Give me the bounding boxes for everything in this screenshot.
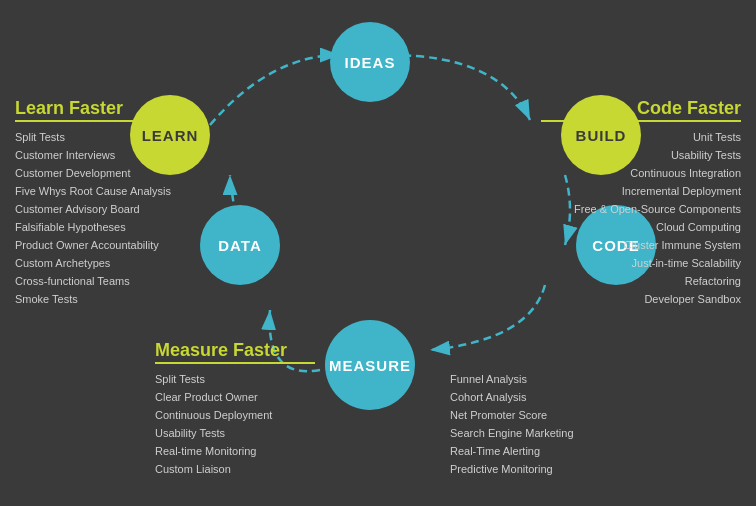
list-item: Custom Liaison	[155, 460, 272, 478]
list-item: Five Whys Root Cause Analysis	[15, 182, 171, 200]
heading-learn-faster: Learn Faster	[15, 98, 123, 119]
list-item: Split Tests	[15, 128, 171, 146]
list-item: Developer Sandbox	[574, 290, 741, 308]
list-item: Real-time Monitoring	[155, 442, 272, 460]
node-measure: MEASURE	[325, 320, 415, 410]
line-measure	[155, 362, 315, 364]
list-item: Usability Tests	[574, 146, 741, 164]
list-item: Unit Tests	[574, 128, 741, 146]
list-item: Customer Development	[15, 164, 171, 182]
list-item: Custom Archetypes	[15, 254, 171, 272]
list-item: Cohort Analysis	[450, 388, 574, 406]
list-item: Falsifiable Hypotheses	[15, 218, 171, 236]
list-code: Unit TestsUsability TestsContinuous Inte…	[574, 128, 741, 308]
list-item: Predictive Monitoring	[450, 460, 574, 478]
node-ideas-label: IDEAS	[345, 54, 396, 71]
list-item: Just-in-time Scalability	[574, 254, 741, 272]
list-item: Cloud Computing	[574, 218, 741, 236]
list-item: Customer Advisory Board	[15, 200, 171, 218]
list-learn: Split TestsCustomer InterviewsCustomer D…	[15, 128, 171, 308]
list-item: Net Promoter Score	[450, 406, 574, 424]
node-data: DATA	[200, 205, 280, 285]
list-item: Cross-functional Teams	[15, 272, 171, 290]
list-item: Clear Product Owner	[155, 388, 272, 406]
list-item: Split Tests	[155, 370, 272, 388]
line-code	[541, 120, 741, 122]
list-item: Funnel Analysis	[450, 370, 574, 388]
node-ideas: IDEAS	[330, 22, 410, 102]
list-item: Product Owner Accountability	[15, 236, 171, 254]
list-item: Real-Time Alerting	[450, 442, 574, 460]
list-item: Cluster Immune System	[574, 236, 741, 254]
heading-measure-faster: Measure Faster	[155, 340, 287, 361]
list-item: Incremental Deployment	[574, 182, 741, 200]
list-item: Free & Open-Source Components	[574, 200, 741, 218]
heading-code-faster: Code Faster	[637, 98, 741, 119]
list-measure-left: Split TestsClear Product OwnerContinuous…	[155, 370, 272, 478]
list-item: Continuous Integration	[574, 164, 741, 182]
line-learn	[15, 120, 170, 122]
list-item: Continuous Deployment	[155, 406, 272, 424]
list-item: Customer Interviews	[15, 146, 171, 164]
list-item: Smoke Tests	[15, 290, 171, 308]
list-item: Refactoring	[574, 272, 741, 290]
node-data-label: DATA	[218, 237, 261, 254]
node-measure-label: MEASURE	[329, 357, 411, 374]
list-item: Search Engine Marketing	[450, 424, 574, 442]
list-measure-right: Funnel AnalysisCohort AnalysisNet Promot…	[450, 370, 574, 478]
list-item: Usability Tests	[155, 424, 272, 442]
diagram-container: IDEAS BUILD CODE MEASURE DATA LEARN Lear…	[0, 0, 756, 506]
